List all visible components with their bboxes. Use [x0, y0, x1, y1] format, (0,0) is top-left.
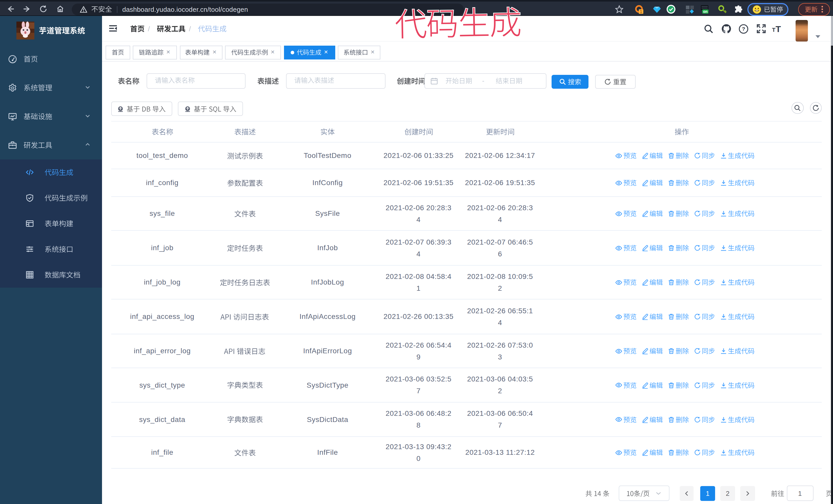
svg-text:T: T	[775, 24, 781, 33]
svg-text:1: 1	[640, 9, 642, 14]
svg-text:T: T	[772, 27, 775, 33]
svg-text:?: ?	[742, 26, 745, 31]
svg-text:on: on	[703, 9, 708, 14]
